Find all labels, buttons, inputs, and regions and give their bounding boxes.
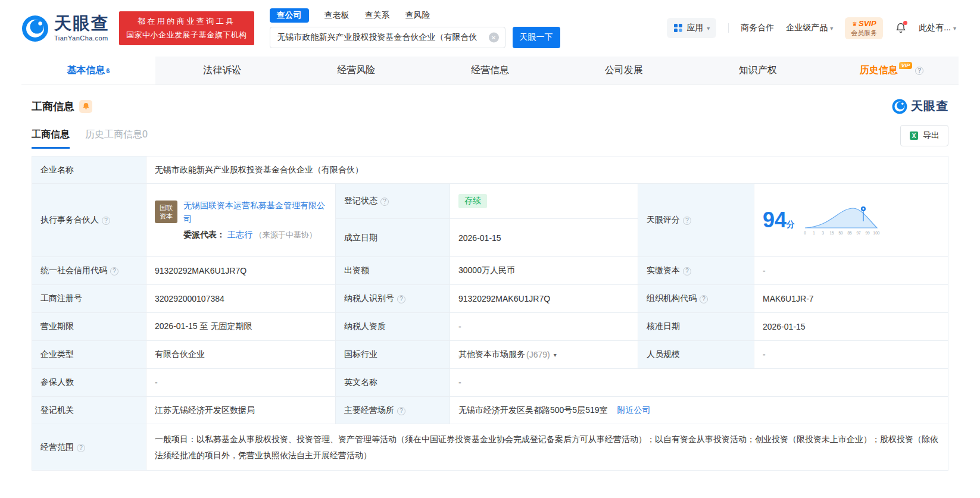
tab-history-info[interactable]: 历史信息 VIP ? (825, 57, 959, 84)
help-icon[interactable]: ? (110, 267, 118, 275)
excel-icon: X (909, 131, 919, 140)
field-label-business-term: 营业期限 (32, 313, 146, 341)
brand-name: 天眼查 (911, 98, 948, 114)
field-value-executive-partner: 国联 资本 无锡国联资本运营私募基金管理有限公司 委派代表： 王志行 （来源于中… (146, 184, 336, 257)
chevron-down-icon: ▾ (953, 25, 956, 32)
tab-basic-info[interactable]: 基本信息 6 (21, 57, 155, 84)
apps-grid-icon (673, 23, 683, 33)
rep-source: （来源于中基协） (255, 230, 317, 239)
field-value-approval-date: 2026-01-15 (754, 313, 948, 341)
help-icon[interactable]: ? (77, 444, 85, 452)
field-label-company-type: 企业类型 (32, 341, 146, 369)
field-value-industry: 其他资本市场服务 (J679) ▾ (450, 341, 638, 369)
industry-dropdown[interactable]: 其他资本市场服务 (J679) ▾ (458, 349, 629, 360)
tab-basic-info-count: 6 (106, 67, 110, 74)
tab-basic-info-label: 基本信息 (67, 64, 105, 77)
apps-menu[interactable]: 应用 ▾ (667, 18, 716, 38)
help-icon[interactable]: ? (683, 267, 691, 275)
export-button[interactable]: X 导出 (900, 125, 948, 146)
search-button[interactable]: 天眼一下 (513, 27, 560, 48)
field-label-insured-count: 参保人数 (32, 369, 146, 397)
tab-intellectual-property[interactable]: 知识产权 (691, 57, 825, 84)
company-nav-tabs: 基本信息 6 法律诉讼 经营风险 经营信息 公司发展 知识产权 历史信息 VIP… (21, 57, 959, 85)
rep-name-link[interactable]: 王志行 (227, 230, 252, 239)
field-label-registration-authority: 登记机关 (32, 397, 146, 424)
field-label-org-code: 组织机构代码? (638, 285, 754, 313)
brand-logo-icon (892, 99, 907, 114)
field-value-taxpayer-id: 91320292MAK6U1JR7Q (450, 285, 638, 313)
search-tab-company[interactable]: 查公司 (270, 8, 309, 23)
help-icon[interactable]: ? (380, 198, 389, 206)
svip-badge[interactable]: ♛ SVIP 会员服务 (845, 17, 883, 39)
help-icon[interactable]: ? (102, 217, 110, 225)
chevron-down-icon: ▾ (830, 25, 833, 32)
field-value-insured-count: - (146, 369, 336, 397)
status-badge: 存续 (458, 194, 487, 208)
field-label-taxpayer-id: 纳税人识别号? (336, 285, 450, 313)
svg-text:0: 0 (804, 231, 806, 235)
subtab-business-info[interactable]: 工商信息 (32, 129, 70, 149)
divider (728, 23, 729, 33)
help-icon[interactable]: ? (700, 295, 708, 303)
field-value-paid-capital: - (754, 257, 948, 285)
tab-company-development[interactable]: 公司发展 (557, 57, 691, 84)
search-tab-boss[interactable]: 查老板 (324, 10, 349, 21)
field-value-business-scope: 一般项目：以私募基金从事股权投资、投资管理、资产管理等活动（须在中国证券投资基金… (146, 424, 948, 471)
notification-bell[interactable] (895, 22, 907, 34)
search-tab-relation[interactable]: 查关系 (365, 10, 390, 21)
alarm-bell-icon (82, 102, 90, 110)
subtabs-row: 工商信息 历史工商信息0 X 导出 (0, 125, 980, 149)
apps-menu-label: 应用 (686, 23, 703, 33)
vip-badge: VIP (899, 62, 913, 69)
field-label-business-address: 主要经营场所? (336, 397, 450, 424)
help-icon[interactable]: ? (397, 407, 405, 415)
field-label-registration-status: 登记状态? (336, 184, 450, 219)
score-chart: 0 1 3 15 50 85 97 99 100 (802, 204, 881, 236)
tab-history-info-label: 历史信息 (860, 64, 898, 77)
nav-enterprise-products-label: 企业级产品 (786, 23, 828, 33)
tianyancha-logo-icon (21, 15, 49, 42)
svg-text:3: 3 (822, 231, 824, 235)
field-value-capital: 30000万人民币 (450, 257, 638, 285)
partner-company-link[interactable]: 无锡国联资本运营私募基金管理有限公司 (183, 201, 325, 224)
field-value-registration-number: 320292000107384 (146, 285, 336, 313)
business-info-table: 企业名称 无锡市政能新兴产业股权投资基金合伙企业（有限合伙） 执行事务合伙人? … (32, 156, 948, 471)
section-title: 工商信息 (32, 99, 74, 114)
search-tab-risk[interactable]: 查风险 (405, 10, 430, 21)
nav-more[interactable]: 此处有... ▾ (919, 23, 956, 33)
field-value-english-name: - (450, 369, 948, 397)
help-icon[interactable]: ? (397, 295, 405, 303)
help-icon[interactable]: ? (683, 217, 691, 225)
promo-line2: 国家中小企业发展子基金旗下机构 (126, 30, 247, 40)
section-header: 工商信息 天眼查 (0, 98, 980, 114)
promo-line1: 都在用的商业查询工具 (126, 16, 247, 27)
rep-label: 委派代表： (183, 230, 225, 239)
nav-business-cooperation[interactable]: 商务合作 (741, 23, 774, 33)
field-label-executive-partner: 执行事务合伙人? (32, 184, 146, 257)
tab-operating-info[interactable]: 经营信息 (423, 57, 557, 84)
search-clear-icon[interactable]: ✕ (489, 33, 499, 43)
svg-text:X: X (912, 133, 916, 139)
tianyancha-logo[interactable]: 天眼查 TianYanCha.com (21, 15, 110, 42)
tab-operating-risk[interactable]: 经营风险 (289, 57, 423, 84)
svg-text:15: 15 (829, 231, 834, 235)
svg-text:1: 1 (813, 231, 815, 235)
svg-text:50: 50 (838, 231, 843, 235)
score-number: 94分 (763, 208, 795, 233)
chevron-down-icon[interactable]: ▾ (554, 352, 557, 358)
top-navigation: 应用 ▾ 商务合作 企业级产品 ▾ ♛ SVIP 会员服务 此处有... ▾ (667, 17, 956, 39)
brand-watermark: 天眼查 (892, 98, 948, 114)
export-button-label: 导出 (923, 130, 940, 141)
field-label-capital: 出资额 (336, 257, 450, 285)
monitor-bell-button[interactable] (79, 100, 92, 113)
nearby-companies-link[interactable]: 附近公司 (617, 405, 650, 415)
search-input[interactable] (270, 27, 505, 48)
nav-more-label: 此处有... (919, 23, 951, 33)
subtab-history-business-info[interactable]: 历史工商信息0 (85, 129, 148, 149)
field-value-tianyan-score: 94分 0 1 3 15 50 85 97 99 (754, 184, 948, 257)
help-icon[interactable]: ? (915, 67, 923, 75)
partner-logo: 国联 资本 (155, 201, 177, 223)
chevron-down-icon: ▾ (707, 25, 710, 32)
tab-legal-proceedings[interactable]: 法律诉讼 (155, 57, 289, 84)
nav-enterprise-products[interactable]: 企业级产品 ▾ (786, 23, 833, 33)
